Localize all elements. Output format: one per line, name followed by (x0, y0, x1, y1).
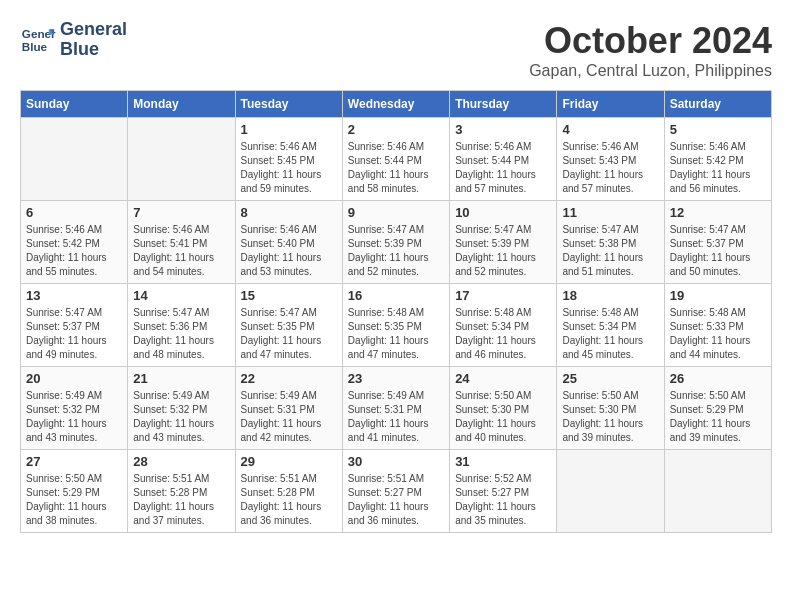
day-number: 4 (562, 122, 658, 137)
calendar-cell: 25Sunrise: 5:50 AMSunset: 5:30 PMDayligh… (557, 367, 664, 450)
day-number: 8 (241, 205, 337, 220)
day-detail: Sunrise: 5:52 AMSunset: 5:27 PMDaylight:… (455, 472, 551, 528)
calendar-cell: 2Sunrise: 5:46 AMSunset: 5:44 PMDaylight… (342, 118, 449, 201)
day-detail: Sunrise: 5:46 AMSunset: 5:44 PMDaylight:… (455, 140, 551, 196)
day-number: 20 (26, 371, 122, 386)
calendar-cell: 3Sunrise: 5:46 AMSunset: 5:44 PMDaylight… (450, 118, 557, 201)
calendar-cell: 7Sunrise: 5:46 AMSunset: 5:41 PMDaylight… (128, 201, 235, 284)
month-year-title: October 2024 (529, 20, 772, 62)
calendar-cell: 19Sunrise: 5:48 AMSunset: 5:33 PMDayligh… (664, 284, 771, 367)
svg-text:Blue: Blue (22, 40, 48, 53)
day-detail: Sunrise: 5:49 AMSunset: 5:31 PMDaylight:… (348, 389, 444, 445)
day-number: 16 (348, 288, 444, 303)
column-header-monday: Monday (128, 91, 235, 118)
day-number: 10 (455, 205, 551, 220)
day-detail: Sunrise: 5:51 AMSunset: 5:28 PMDaylight:… (241, 472, 337, 528)
day-detail: Sunrise: 5:46 AMSunset: 5:41 PMDaylight:… (133, 223, 229, 279)
day-number: 9 (348, 205, 444, 220)
logo-icon: General Blue (20, 22, 56, 58)
calendar-cell: 27Sunrise: 5:50 AMSunset: 5:29 PMDayligh… (21, 450, 128, 533)
day-number: 18 (562, 288, 658, 303)
header-row: SundayMondayTuesdayWednesdayThursdayFrid… (21, 91, 772, 118)
day-detail: Sunrise: 5:47 AMSunset: 5:35 PMDaylight:… (241, 306, 337, 362)
title-section: October 2024 Gapan, Central Luzon, Phili… (529, 20, 772, 80)
day-number: 19 (670, 288, 766, 303)
column-header-friday: Friday (557, 91, 664, 118)
calendar-cell: 18Sunrise: 5:48 AMSunset: 5:34 PMDayligh… (557, 284, 664, 367)
logo: General Blue General Blue (20, 20, 127, 60)
day-number: 29 (241, 454, 337, 469)
day-number: 21 (133, 371, 229, 386)
day-detail: Sunrise: 5:51 AMSunset: 5:28 PMDaylight:… (133, 472, 229, 528)
calendar-cell: 30Sunrise: 5:51 AMSunset: 5:27 PMDayligh… (342, 450, 449, 533)
day-number: 26 (670, 371, 766, 386)
day-detail: Sunrise: 5:49 AMSunset: 5:31 PMDaylight:… (241, 389, 337, 445)
day-detail: Sunrise: 5:46 AMSunset: 5:42 PMDaylight:… (26, 223, 122, 279)
day-number: 31 (455, 454, 551, 469)
calendar-cell: 6Sunrise: 5:46 AMSunset: 5:42 PMDaylight… (21, 201, 128, 284)
column-header-saturday: Saturday (664, 91, 771, 118)
calendar-cell: 21Sunrise: 5:49 AMSunset: 5:32 PMDayligh… (128, 367, 235, 450)
day-number: 28 (133, 454, 229, 469)
day-number: 11 (562, 205, 658, 220)
calendar-cell: 10Sunrise: 5:47 AMSunset: 5:39 PMDayligh… (450, 201, 557, 284)
header: General Blue General Blue October 2024 G… (20, 20, 772, 80)
day-number: 2 (348, 122, 444, 137)
day-number: 23 (348, 371, 444, 386)
day-detail: Sunrise: 5:47 AMSunset: 5:38 PMDaylight:… (562, 223, 658, 279)
calendar-cell: 8Sunrise: 5:46 AMSunset: 5:40 PMDaylight… (235, 201, 342, 284)
week-row-5: 27Sunrise: 5:50 AMSunset: 5:29 PMDayligh… (21, 450, 772, 533)
day-detail: Sunrise: 5:46 AMSunset: 5:42 PMDaylight:… (670, 140, 766, 196)
calendar-cell (128, 118, 235, 201)
day-number: 30 (348, 454, 444, 469)
day-detail: Sunrise: 5:48 AMSunset: 5:33 PMDaylight:… (670, 306, 766, 362)
day-number: 22 (241, 371, 337, 386)
day-number: 27 (26, 454, 122, 469)
calendar-cell: 9Sunrise: 5:47 AMSunset: 5:39 PMDaylight… (342, 201, 449, 284)
day-number: 5 (670, 122, 766, 137)
day-number: 14 (133, 288, 229, 303)
day-detail: Sunrise: 5:47 AMSunset: 5:37 PMDaylight:… (670, 223, 766, 279)
day-detail: Sunrise: 5:48 AMSunset: 5:35 PMDaylight:… (348, 306, 444, 362)
week-row-3: 13Sunrise: 5:47 AMSunset: 5:37 PMDayligh… (21, 284, 772, 367)
calendar-cell: 13Sunrise: 5:47 AMSunset: 5:37 PMDayligh… (21, 284, 128, 367)
calendar-cell: 11Sunrise: 5:47 AMSunset: 5:38 PMDayligh… (557, 201, 664, 284)
day-number: 13 (26, 288, 122, 303)
calendar-cell: 5Sunrise: 5:46 AMSunset: 5:42 PMDaylight… (664, 118, 771, 201)
day-detail: Sunrise: 5:46 AMSunset: 5:43 PMDaylight:… (562, 140, 658, 196)
day-detail: Sunrise: 5:50 AMSunset: 5:29 PMDaylight:… (26, 472, 122, 528)
calendar-cell: 28Sunrise: 5:51 AMSunset: 5:28 PMDayligh… (128, 450, 235, 533)
calendar-cell: 20Sunrise: 5:49 AMSunset: 5:32 PMDayligh… (21, 367, 128, 450)
calendar-table: SundayMondayTuesdayWednesdayThursdayFrid… (20, 90, 772, 533)
calendar-cell: 31Sunrise: 5:52 AMSunset: 5:27 PMDayligh… (450, 450, 557, 533)
week-row-4: 20Sunrise: 5:49 AMSunset: 5:32 PMDayligh… (21, 367, 772, 450)
day-detail: Sunrise: 5:51 AMSunset: 5:27 PMDaylight:… (348, 472, 444, 528)
calendar-cell (557, 450, 664, 533)
day-detail: Sunrise: 5:50 AMSunset: 5:30 PMDaylight:… (562, 389, 658, 445)
calendar-cell: 4Sunrise: 5:46 AMSunset: 5:43 PMDaylight… (557, 118, 664, 201)
calendar-cell: 23Sunrise: 5:49 AMSunset: 5:31 PMDayligh… (342, 367, 449, 450)
day-detail: Sunrise: 5:46 AMSunset: 5:44 PMDaylight:… (348, 140, 444, 196)
day-detail: Sunrise: 5:47 AMSunset: 5:37 PMDaylight:… (26, 306, 122, 362)
day-detail: Sunrise: 5:46 AMSunset: 5:45 PMDaylight:… (241, 140, 337, 196)
day-detail: Sunrise: 5:47 AMSunset: 5:36 PMDaylight:… (133, 306, 229, 362)
calendar-cell (664, 450, 771, 533)
day-number: 24 (455, 371, 551, 386)
logo-text-line2: Blue (60, 40, 127, 60)
week-row-2: 6Sunrise: 5:46 AMSunset: 5:42 PMDaylight… (21, 201, 772, 284)
day-number: 6 (26, 205, 122, 220)
calendar-cell: 26Sunrise: 5:50 AMSunset: 5:29 PMDayligh… (664, 367, 771, 450)
logo-text-line1: General (60, 20, 127, 40)
day-number: 7 (133, 205, 229, 220)
day-number: 15 (241, 288, 337, 303)
day-detail: Sunrise: 5:47 AMSunset: 5:39 PMDaylight:… (455, 223, 551, 279)
column-header-tuesday: Tuesday (235, 91, 342, 118)
calendar-cell: 17Sunrise: 5:48 AMSunset: 5:34 PMDayligh… (450, 284, 557, 367)
calendar-cell: 22Sunrise: 5:49 AMSunset: 5:31 PMDayligh… (235, 367, 342, 450)
column-header-wednesday: Wednesday (342, 91, 449, 118)
day-number: 12 (670, 205, 766, 220)
week-row-1: 1Sunrise: 5:46 AMSunset: 5:45 PMDaylight… (21, 118, 772, 201)
column-header-sunday: Sunday (21, 91, 128, 118)
calendar-cell: 15Sunrise: 5:47 AMSunset: 5:35 PMDayligh… (235, 284, 342, 367)
calendar-cell: 24Sunrise: 5:50 AMSunset: 5:30 PMDayligh… (450, 367, 557, 450)
